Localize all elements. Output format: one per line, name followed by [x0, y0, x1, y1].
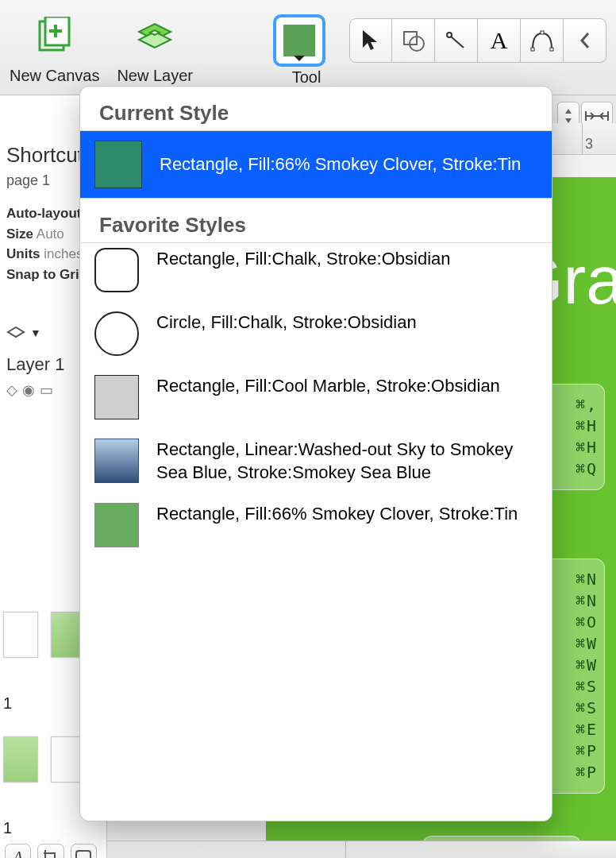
style-label: Rectangle, Fill:Chalk, Stroke:Obsidian: [156, 248, 451, 271]
layer-outline-icon: ▭: [40, 382, 58, 398]
style-label: Rectangle, Linear:Washed-out Sky to Smok…: [156, 439, 537, 484]
main-toolbar: New Canvas New Layer Tool A: [0, 0, 616, 95]
style-label: Rectangle, Fill:Cool Marble, Stroke:Obsi…: [156, 375, 500, 398]
favorite-style-row[interactable]: Rectangle, Linear:Washed-out Sky to Smok…: [80, 434, 552, 498]
svg-rect-11: [531, 48, 534, 51]
page-number: 1: [3, 819, 98, 837]
page-thumb[interactable]: [3, 736, 38, 783]
style-label: Rectangle, Fill:66% Smokey Clover, Strok…: [160, 153, 521, 176]
favorite-style-row[interactable]: Rectangle, Fill:66% Smokey Clover, Strok…: [80, 498, 552, 562]
line-tool[interactable]: [435, 18, 478, 63]
chat-button[interactable]: [71, 844, 97, 858]
shape-tool-group: A: [349, 18, 606, 63]
favorite-styles-heading: Favorite Styles: [80, 198, 552, 243]
ruler-tick-label: 3: [585, 136, 593, 153]
style-popover: Current Style Rectangle, Fill:66% Smokey…: [79, 86, 552, 821]
current-tool-button[interactable]: Tool: [273, 14, 340, 87]
svg-rect-14: [76, 851, 90, 858]
new-layer-button[interactable]: New Layer: [117, 14, 193, 85]
inspector-toolbar: A: [2, 844, 97, 858]
style-swatch-icon: [94, 439, 139, 483]
style-label: Rectangle, Fill:66% Smokey Clover, Strok…: [156, 503, 518, 526]
text-tool[interactable]: A: [478, 18, 521, 63]
shape-tool[interactable]: [392, 18, 435, 63]
favorite-styles-list: Rectangle, Fill:Chalk, Stroke:Obsidian C…: [80, 243, 552, 562]
new-canvas-label: New Canvas: [10, 67, 99, 85]
pen-tool[interactable]: [521, 18, 564, 63]
svg-rect-10: [541, 31, 544, 34]
style-label: Circle, Fill:Chalk, Stroke:Obsidian: [156, 311, 417, 334]
italic-a-icon: A: [13, 848, 23, 859]
chevron-left-button[interactable]: [564, 18, 606, 63]
current-style-heading: Current Style: [80, 87, 552, 131]
page-thumb[interactable]: [3, 612, 38, 658]
favorite-style-row[interactable]: Rectangle, Fill:Chalk, Stroke:Obsidian: [80, 243, 552, 307]
pointer-tool[interactable]: [349, 18, 392, 63]
svg-marker-13: [8, 327, 24, 337]
text-tool-icon: A: [491, 27, 508, 54]
tool-swatch-icon: [283, 25, 315, 56]
svg-rect-12: [550, 48, 553, 51]
layer-visible-icon: ◉: [22, 382, 40, 398]
new-canvas-icon: [33, 14, 77, 59]
tool-label: Tool: [292, 68, 321, 87]
favorite-style-row[interactable]: Circle, Fill:Chalk, Stroke:Obsidian: [80, 307, 552, 370]
layer-stack-icon: ◇: [6, 382, 22, 398]
style-swatch-icon: [94, 503, 139, 547]
new-layer-label: New Layer: [117, 67, 193, 85]
favorite-style-row[interactable]: Rectangle, Fill:Cool Marble, Stroke:Obsi…: [80, 370, 552, 434]
crop-button[interactable]: [37, 844, 64, 858]
style-swatch-icon: [94, 248, 139, 292]
current-style-row[interactable]: Rectangle, Fill:66% Smokey Clover, Strok…: [80, 131, 552, 198]
style-swatch-icon: [94, 141, 142, 188]
new-layer-icon: [133, 14, 177, 59]
ruler-bottom: [107, 841, 616, 858]
svg-rect-3: [49, 29, 62, 33]
tool-swatch-frame: [273, 14, 325, 67]
style-swatch-icon: [94, 311, 139, 356]
text-style-button[interactable]: A: [5, 844, 31, 858]
style-swatch-icon: [94, 375, 139, 419]
new-canvas-button[interactable]: New Canvas: [10, 14, 99, 85]
